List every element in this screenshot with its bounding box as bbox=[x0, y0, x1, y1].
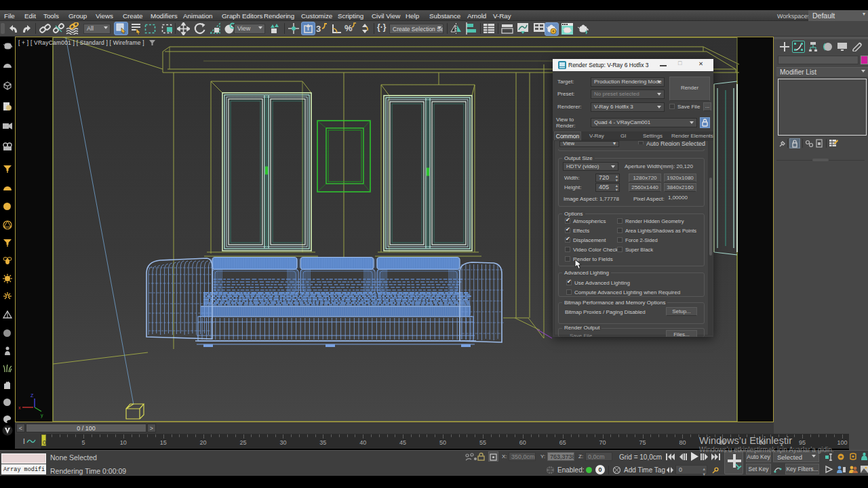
svg-text:x: x bbox=[18, 405, 21, 410]
svg-text:y: y bbox=[41, 413, 43, 418]
svg-text:Z: Z bbox=[31, 393, 34, 398]
svg-text:I: I bbox=[23, 438, 25, 445]
